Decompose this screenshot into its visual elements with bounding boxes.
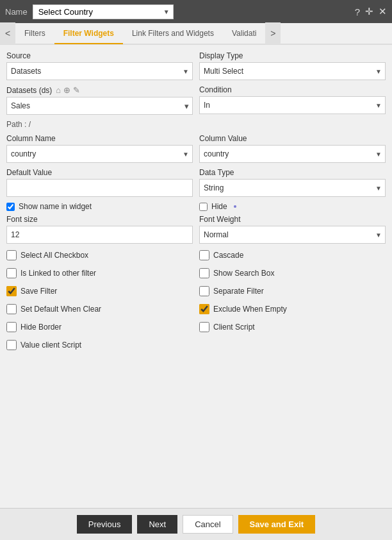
tab-next-button[interactable]: > [265,22,281,44]
datasets-condition-row: Datasets (ds) ⌂ ⊕ ✎ Sales Condition InNo… [6,85,386,115]
font-weight-col: Font Weight NormalBoldLighterBolder [199,215,386,244]
exclude-when-empty-checkbox[interactable] [199,304,209,314]
save-filter-label: Save Filter [20,287,57,296]
show-search-label: Show Search Box [213,269,274,278]
font-row: Font size Font Weight NormalBoldLighterB… [6,215,386,244]
move-icon[interactable]: ✛ [365,6,373,17]
cascade-checkbox[interactable] [199,250,209,260]
datasets-label: Datasets (ds) [6,86,52,95]
hide-border-label: Hide Border [20,323,61,332]
select-country-dropdown[interactable]: Select Country [33,4,174,19]
previous-button[interactable]: Previous [77,515,133,534]
checkbox-row-3: Save Filter Separate Filter [6,283,386,299]
column-row: Column Name countrycityregion Column Val… [6,134,386,163]
cascade-label: Cascade [213,251,243,260]
header-icons: ? ✛ ✕ [355,6,387,17]
column-name-select[interactable]: countrycityregion [6,145,193,163]
default-value-input[interactable] [6,179,193,197]
select-country-wrapper[interactable]: Select Country [33,4,174,19]
column-value-select-wrapper[interactable]: countrycityregion [199,145,386,163]
exclude-when-empty-label: Exclude When Empty [213,305,287,314]
path-display: Path : / [6,120,386,129]
column-value-col: Column Value countrycityregion [199,134,386,163]
datasets-col: Datasets (ds) ⌂ ⊕ ✎ Sales [6,85,193,115]
checkbox-row-1: Select All Checkbox Cascade [6,248,386,263]
value-client-script-checkbox-item: Value client Script [6,337,193,353]
set-default-label: Set Default When Clear [20,305,101,314]
source-select-wrapper[interactable]: DatasetsManualQuery [6,62,193,80]
font-weight-select[interactable]: NormalBoldLighterBolder [199,226,386,244]
set-default-checkbox[interactable] [6,304,17,314]
default-value-col: Default Value [6,168,193,197]
show-search-checkbox[interactable] [199,268,209,278]
help-icon[interactable]: ? [355,6,360,17]
cancel-button[interactable]: Cancel [183,515,233,534]
column-name-select-wrapper[interactable]: countrycityregion [6,145,193,163]
tab-filters[interactable]: Filters [15,24,54,44]
edit-icon[interactable]: ✎ [73,85,80,95]
source-display-row: Source DatasetsManualQuery Display Type … [6,51,386,80]
save-filter-checkbox[interactable] [6,286,17,296]
default-datatype-row: Default Value Data Type StringNumberDate… [6,168,386,197]
home-icon[interactable]: ⌂ [56,85,61,95]
separate-filter-checkbox[interactable] [199,286,209,296]
is-linked-label: Is Linked to other filter [20,269,96,278]
condition-select-wrapper[interactable]: InNot InEqualNot Equal [199,96,386,114]
set-default-checkbox-item: Set Default When Clear [6,301,193,317]
hide-border-checkbox[interactable] [6,322,17,332]
name-label: Name [5,7,28,17]
client-script-checkbox[interactable] [199,322,209,332]
condition-select[interactable]: InNot InEqualNot Equal [199,96,386,114]
font-size-col: Font size [6,215,193,244]
source-label: Source [6,51,193,60]
select-all-checkbox[interactable] [6,250,17,260]
condition-label: Condition [199,85,386,94]
tab-validati[interactable]: Validati [223,24,265,44]
add-icon[interactable]: ⊕ [63,85,70,95]
main-content: Source DatasetsManualQuery Display Type … [0,45,392,519]
font-size-input[interactable] [6,226,193,244]
next-button[interactable]: Next [137,515,177,534]
display-type-select-wrapper[interactable]: Multi SelectSingle SelectTextCheckboxRad… [199,62,386,80]
separate-filter-label: Separate Filter [213,287,264,296]
font-weight-label: Font Weight [199,215,386,224]
show-name-label: Show name in widget [19,202,92,211]
data-type-select-wrapper[interactable]: StringNumberDateBoolean [199,179,386,197]
footer: Previous Next Cancel Save and Exit [0,508,392,540]
empty-col [199,337,386,353]
close-icon[interactable]: ✕ [379,6,387,17]
header: Name Select Country ? ✛ ✕ [0,0,392,23]
client-script-label: Client Script [213,323,255,332]
dot-indicator [234,205,236,208]
source-col: Source DatasetsManualQuery [6,51,193,80]
datasets-select[interactable]: Sales [6,97,193,115]
exclude-when-empty-checkbox-item: Exclude When Empty [199,301,386,317]
hide-border-checkbox-item: Hide Border [6,319,193,335]
checkboxes-section: Select All Checkbox Cascade Is Linked to… [6,248,386,353]
column-name-label: Column Name [6,134,193,143]
show-name-checkbox[interactable] [6,203,15,211]
tab-link-filters[interactable]: Link Filters and Widgets [123,24,223,44]
display-type-select[interactable]: Multi SelectSingle SelectTextCheckboxRad… [199,62,386,80]
datasets-select-wrapper[interactable]: Sales [6,97,193,115]
show-name-hide-row: Show name in widget Hide [6,202,386,211]
source-select[interactable]: DatasetsManualQuery [6,62,193,80]
save-exit-button[interactable]: Save and Exit [238,515,316,534]
hide-checkbox[interactable] [199,203,208,211]
data-type-select[interactable]: StringNumberDateBoolean [199,179,386,197]
condition-col: Condition InNot InEqualNot Equal [199,85,386,115]
show-name-col: Show name in widget [6,202,193,211]
column-name-col: Column Name countrycityregion [6,134,193,163]
is-linked-checkbox[interactable] [6,268,17,278]
tab-prev-button[interactable]: < [0,22,15,44]
value-client-script-label: Value client Script [20,341,81,350]
datasets-label-row: Datasets (ds) ⌂ ⊕ ✎ [6,85,193,95]
font-weight-select-wrapper[interactable]: NormalBoldLighterBolder [199,226,386,244]
separate-filter-checkbox-item: Separate Filter [199,283,386,299]
select-all-label: Select All Checkbox [20,251,88,260]
show-search-checkbox-item: Show Search Box [199,266,386,281]
value-client-script-checkbox[interactable] [6,340,17,350]
tabs-bar: < Filters Filter Widgets Link Filters an… [0,23,392,45]
tab-filter-widgets[interactable]: Filter Widgets [54,24,123,44]
column-value-select[interactable]: countrycityregion [199,145,386,163]
